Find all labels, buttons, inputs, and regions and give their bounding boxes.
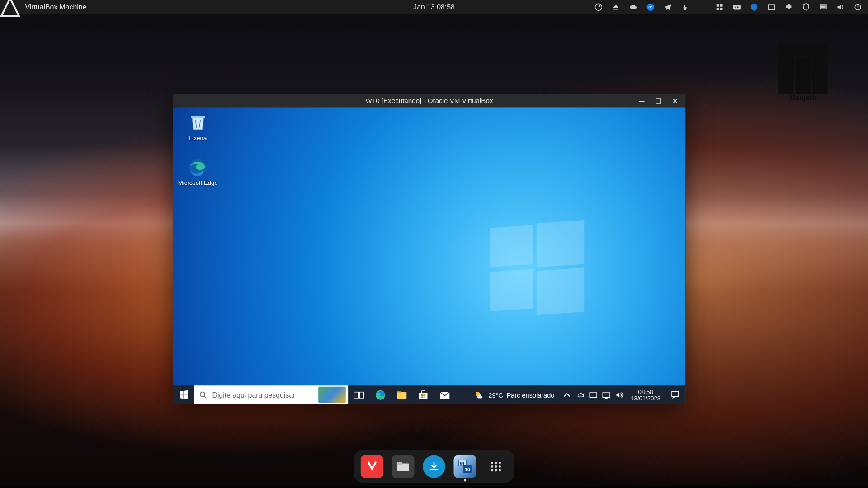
vm-title: W10 [Executando] - Oracle VM VirtualBox [365, 97, 493, 104]
close-button[interactable] [666, 94, 683, 107]
action-center-icon[interactable] [664, 385, 685, 404]
activities-button[interactable] [0, 0, 20, 17]
taskbar-date: 13/01/2023 [631, 395, 660, 402]
svg-point-5 [737, 6, 738, 8]
dock-virtualbox-vm[interactable]: 6410 [454, 455, 476, 478]
search-promo-icon [318, 387, 346, 403]
edge-label: Microsoft Edge [178, 179, 218, 186]
svg-rect-12 [656, 98, 660, 103]
dash-dock: 6410 [354, 450, 514, 483]
svg-text:64: 64 [460, 461, 464, 465]
vm-devices-tray-icon[interactable] [589, 390, 597, 399]
svg-text:10: 10 [465, 467, 471, 472]
system-tray [594, 3, 868, 12]
guest-desktop[interactable]: Lixeira Microsoft Edge Digite aqui para … [173, 107, 685, 404]
svg-rect-31 [605, 398, 607, 399]
privacy-icon[interactable] [801, 3, 810, 12]
svg-point-39 [491, 461, 493, 464]
active-app-label[interactable]: VirtualBox Machine [20, 3, 87, 11]
gnome-top-bar: VirtualBox Machine Jan 13 08:58 [0, 0, 868, 14]
dock-downloads[interactable] [423, 455, 445, 478]
svg-point-40 [495, 461, 497, 464]
cloud-icon[interactable] [628, 3, 637, 12]
taskbar-time: 08:58 [638, 388, 653, 395]
svg-point-15 [200, 392, 205, 396]
extension-icon[interactable] [784, 3, 793, 12]
taskbar-clock[interactable]: 08:58 13/01/2023 [627, 385, 664, 404]
svg-rect-16 [354, 392, 358, 398]
display-icon[interactable] [819, 3, 828, 12]
svg-point-1 [598, 5, 600, 7]
svg-rect-26 [423, 396, 425, 398]
maximize-button[interactable] [650, 94, 666, 107]
svg-rect-6 [768, 5, 774, 10]
messenger-icon[interactable] [646, 3, 655, 12]
search-box[interactable]: Digite aqui para pesquisar [194, 385, 348, 404]
steam-icon[interactable] [594, 3, 603, 12]
svg-rect-10 [857, 4, 858, 7]
svg-rect-13 [191, 116, 205, 118]
minimize-button[interactable] [633, 94, 650, 107]
volume-icon[interactable] [836, 3, 845, 12]
weather-icon [474, 389, 485, 400]
eject-icon[interactable] [611, 3, 620, 12]
edge-desktop-icon[interactable]: Microsoft Edge [176, 155, 219, 200]
svg-rect-24 [423, 394, 425, 395]
power-icon[interactable] [853, 3, 862, 12]
flame-icon[interactable] [680, 3, 689, 12]
weather-desc: Parc ensolarado [507, 391, 555, 399]
svg-rect-34 [397, 462, 402, 465]
windows-taskbar: Digite aqui para pesquisar 29°C Parc ens… [173, 385, 685, 404]
weather-widget[interactable]: 29°C Parc ensolarado [469, 385, 559, 404]
svg-point-45 [491, 469, 493, 471]
start-button[interactable] [173, 385, 194, 404]
dock-files[interactable] [392, 455, 414, 478]
svg-rect-20 [397, 391, 401, 393]
svg-point-44 [499, 465, 501, 467]
svg-rect-11 [639, 101, 644, 102]
mail-taskbar-icon[interactable] [434, 385, 455, 404]
discord-icon[interactable] [732, 3, 741, 12]
svg-point-4 [735, 6, 736, 8]
clock[interactable]: Jan 13 08:58 [413, 3, 455, 11]
svg-rect-32 [671, 391, 678, 396]
chevron-up-icon[interactable] [563, 390, 571, 399]
svg-rect-3 [733, 5, 740, 10]
grid-icon[interactable] [715, 3, 724, 12]
recycle-bin-icon[interactable]: Lixeira [176, 111, 219, 155]
svg-rect-25 [421, 396, 423, 398]
recycle-bin-label: Lixeira [189, 135, 207, 141]
telegram-icon[interactable] [663, 3, 672, 12]
task-view-button[interactable] [348, 385, 369, 404]
svg-point-41 [499, 461, 501, 464]
dock-vivaldi[interactable] [361, 455, 383, 478]
vm-titlebar[interactable]: W10 [Executando] - Oracle VM VirtualBox [173, 94, 685, 107]
manjaro-logo: Manjaro [778, 45, 827, 102]
night-icon[interactable] [698, 3, 707, 12]
svg-rect-17 [359, 392, 363, 398]
weather-temp: 29°C [488, 391, 503, 399]
search-icon [199, 390, 207, 399]
network-tray-icon[interactable] [602, 390, 610, 399]
explorer-taskbar-icon[interactable] [391, 385, 412, 404]
workspace-icon[interactable] [767, 3, 776, 12]
shield-icon[interactable] [750, 3, 759, 12]
svg-rect-21 [419, 392, 427, 399]
svg-point-46 [495, 469, 497, 471]
manjaro-label: Manjaro [778, 94, 827, 102]
windows-logo [490, 221, 584, 314]
search-placeholder: Digite aqui para pesquisar [212, 390, 295, 399]
store-taskbar-icon[interactable] [413, 385, 434, 404]
svg-rect-30 [603, 392, 610, 397]
virtualbox-window[interactable]: W10 [Executando] - Oracle VM VirtualBox … [173, 94, 685, 404]
svg-point-43 [495, 465, 497, 467]
svg-point-47 [499, 469, 501, 471]
edge-taskbar-icon[interactable] [370, 385, 391, 404]
svg-point-42 [491, 465, 493, 467]
dock-show-apps[interactable] [485, 455, 507, 478]
volume-tray-icon[interactable] [615, 390, 623, 399]
onedrive-tray-icon[interactable] [576, 390, 584, 399]
svg-rect-8 [821, 5, 825, 8]
svg-rect-29 [590, 392, 597, 397]
system-tray-win [559, 385, 627, 404]
